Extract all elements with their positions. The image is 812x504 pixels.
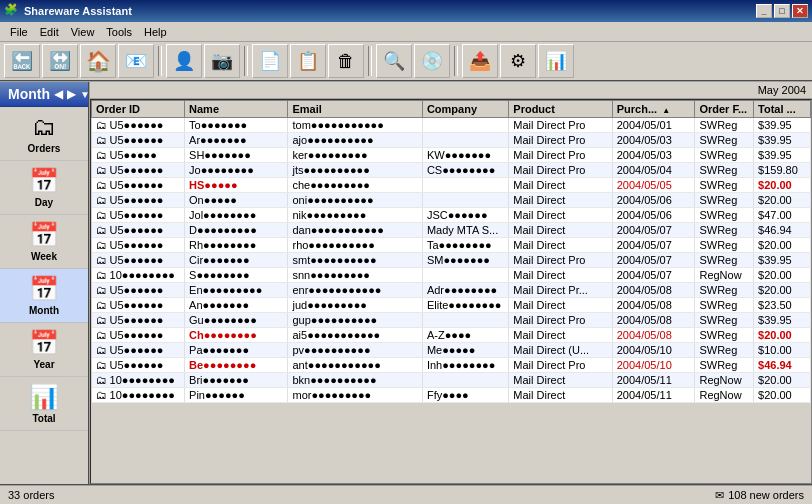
sidebar-item-total[interactable]: 📊 Total [0, 377, 88, 431]
toolbar-report-button[interactable]: 📊 [538, 44, 574, 78]
table-row[interactable]: 🗂 U5●●●●●●D●●●●●●●●●dan●●●●●●●●●●●Mady M… [92, 223, 811, 238]
cell-purchase_date: 2004/05/08 [612, 298, 695, 313]
nav-next-button[interactable]: ▶ [67, 87, 76, 101]
cell-order_id: 🗂 U5●●●●●● [92, 358, 185, 373]
col-product[interactable]: Product [509, 101, 612, 118]
table-row[interactable]: 🗂 10●●●●●●●●Bri●●●●●●●bkn●●●●●●●●●●Mail … [92, 373, 811, 388]
cell-company [422, 373, 508, 388]
table-row[interactable]: 🗂 U5●●●●●●On●●●●●oni●●●●●●●●●●Mail Direc… [92, 193, 811, 208]
toolbar-separator-1 [158, 46, 162, 76]
maximize-button[interactable]: □ [774, 4, 790, 18]
cell-order_form: SWReg [695, 253, 754, 268]
toolbar-email-button[interactable]: 📧 [118, 44, 154, 78]
cell-name: Jo●●●●●●●● [185, 163, 288, 178]
sidebar-item-week[interactable]: 📅 Week [0, 215, 88, 269]
cell-product: Mail Direct [509, 178, 612, 193]
col-purchase-date[interactable]: Purch... ▲ [612, 101, 695, 118]
year-icon: 📅 [29, 329, 59, 357]
toolbar-settings-button[interactable]: ⚙ [500, 44, 536, 78]
menu-tools[interactable]: Tools [100, 24, 138, 40]
sidebar-day-label: Day [35, 197, 53, 208]
table-row[interactable]: 🗂 U5●●●●●●An●●●●●●●jud●●●●●●●●●Elite●●●●… [92, 298, 811, 313]
nav-prev-button[interactable]: ◀ [54, 87, 63, 101]
menu-bar: File Edit View Tools Help [0, 22, 812, 42]
cell-total: $10.00 [754, 343, 811, 358]
cell-company: Elite●●●●●●●● [422, 298, 508, 313]
cell-product: Mail Direct [509, 328, 612, 343]
cell-email: ant●●●●●●●●●●● [288, 358, 422, 373]
cell-product: Mail Direct [509, 238, 612, 253]
cell-company [422, 133, 508, 148]
toolbar-new-button[interactable]: 📄 [252, 44, 288, 78]
col-email[interactable]: Email [288, 101, 422, 118]
table-row[interactable]: 🗂 10●●●●●●●●S●●●●●●●●snn●●●●●●●●●Mail Di… [92, 268, 811, 283]
cell-email: ker●●●●●●●●● [288, 148, 422, 163]
table-row[interactable]: 🗂 U5●●●●●●Jo●●●●●●●●jts●●●●●●●●●●CS●●●●●… [92, 163, 811, 178]
toolbar-copy-button[interactable]: 📋 [290, 44, 326, 78]
cell-total: $39.95 [754, 313, 811, 328]
toolbar-search-button[interactable]: 🔍 [376, 44, 412, 78]
sidebar-item-month[interactable]: 📅 Month [0, 269, 88, 323]
cell-purchase_date: 2004/05/06 [612, 193, 695, 208]
cell-total: $20.00 [754, 178, 811, 193]
toolbar-disc-button[interactable]: 💿 [414, 44, 450, 78]
table-row[interactable]: 🗂 U5●●●●●●HS●●●●●che●●●●●●●●●Mail Direct… [92, 178, 811, 193]
cell-order_id: 🗂 10●●●●●●●● [92, 373, 185, 388]
cell-total: $39.95 [754, 118, 811, 133]
cell-company: Ta●●●●●●●● [422, 238, 508, 253]
cell-order_id: 🗂 U5●●●●●● [92, 118, 185, 133]
sidebar-item-day[interactable]: 📅 Day [0, 161, 88, 215]
menu-edit[interactable]: Edit [34, 24, 65, 40]
cell-email: ai5●●●●●●●●●●● [288, 328, 422, 343]
col-name[interactable]: Name [185, 101, 288, 118]
sidebar-item-orders[interactable]: 🗂 Orders [0, 107, 88, 161]
cell-email: enr●●●●●●●●●●● [288, 283, 422, 298]
cell-company: Inh●●●●●●●● [422, 358, 508, 373]
sidebar-year-label: Year [33, 359, 54, 370]
cell-purchase_date: 2004/05/10 [612, 358, 695, 373]
cell-company: A-Z●●●● [422, 328, 508, 343]
nav-dropdown-button[interactable]: ▼ [80, 89, 90, 100]
table-row[interactable]: 🗂 U5●●●●●●Pa●●●●●●●pv●●●●●●●●●●Me●●●●●Ma… [92, 343, 811, 358]
table-row[interactable]: 🗂 U5●●●●●●Rh●●●●●●●●rho●●●●●●●●●●Ta●●●●●… [92, 238, 811, 253]
cell-name: Pin●●●●●● [185, 388, 288, 403]
orders-table-container[interactable]: Order ID Name Email Company Product [90, 99, 812, 484]
toolbar-contacts-button[interactable]: 👤 [166, 44, 202, 78]
cell-order_id: 🗂 U5●●●●●● [92, 238, 185, 253]
cell-company: Adr●●●●●●●● [422, 283, 508, 298]
table-row[interactable]: 🗂 U5●●●●●●Ch●●●●●●●●ai5●●●●●●●●●●●A-Z●●●… [92, 328, 811, 343]
table-row[interactable]: 🗂 U5●●●●●SH●●●●●●●ker●●●●●●●●●KW●●●●●●●M… [92, 148, 811, 163]
minimize-button[interactable]: _ [756, 4, 772, 18]
col-company[interactable]: Company [422, 101, 508, 118]
table-row[interactable]: 🗂 U5●●●●●●Jol●●●●●●●●nik●●●●●●●●●JSC●●●●… [92, 208, 811, 223]
col-total[interactable]: Total ... [754, 101, 811, 118]
table-row[interactable]: 🗂 U5●●●●●●Gu●●●●●●●●gup●●●●●●●●●●Mail Di… [92, 313, 811, 328]
cell-email: oni●●●●●●●●●● [288, 193, 422, 208]
toolbar-back-button[interactable]: 🔙 [4, 44, 40, 78]
table-row[interactable]: 🗂 U5●●●●●●En●●●●●●●●●enr●●●●●●●●●●●Adr●●… [92, 283, 811, 298]
cell-order_form: SWReg [695, 163, 754, 178]
table-row[interactable]: 🗂 U5●●●●●●Be●●●●●●●●ant●●●●●●●●●●●Inh●●●… [92, 358, 811, 373]
table-row[interactable]: 🗂 U5●●●●●●To●●●●●●●tom●●●●●●●●●●●Mail Di… [92, 118, 811, 133]
toolbar-forward-button[interactable]: 🔛 [42, 44, 78, 78]
cell-product: Mail Direct Pro [509, 163, 612, 178]
menu-view[interactable]: View [65, 24, 101, 40]
cell-name: Be●●●●●●●● [185, 358, 288, 373]
col-order-form[interactable]: Order F... [695, 101, 754, 118]
table-row[interactable]: 🗂 10●●●●●●●●Pin●●●●●●mor●●●●●●●●●Ffy●●●●… [92, 388, 811, 403]
toolbar-camera-button[interactable]: 📷 [204, 44, 240, 78]
close-button[interactable]: ✕ [792, 4, 808, 18]
col-order-id[interactable]: Order ID [92, 101, 185, 118]
toolbar-home-button[interactable]: 🏠 [80, 44, 116, 78]
menu-file[interactable]: File [4, 24, 34, 40]
cell-name: Bri●●●●●●● [185, 373, 288, 388]
toolbar-delete-button[interactable]: 🗑 [328, 44, 364, 78]
toolbar-export-button[interactable]: 📤 [462, 44, 498, 78]
cell-email: mor●●●●●●●●● [288, 388, 422, 403]
menu-help[interactable]: Help [138, 24, 173, 40]
table-row[interactable]: 🗂 U5●●●●●●Ar●●●●●●●ajo●●●●●●●●●●Mail Dir… [92, 133, 811, 148]
sidebar-item-year[interactable]: 📅 Year [0, 323, 88, 377]
table-row[interactable]: 🗂 U5●●●●●●Cir●●●●●●●smt●●●●●●●●●●SM●●●●●… [92, 253, 811, 268]
total-icon: 📊 [29, 383, 59, 411]
app-icon: 🧩 [4, 3, 20, 19]
